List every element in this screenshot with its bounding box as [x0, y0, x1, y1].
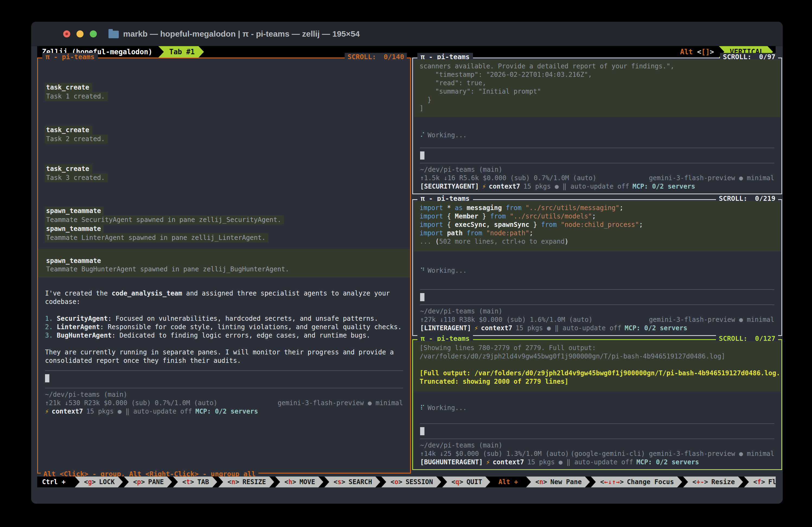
tool-call-entry: spawn_teammate Teammate LinterAgent spaw…	[45, 225, 403, 242]
input-line[interactable]	[420, 293, 774, 301]
keybinding-segment: sSEARCH	[324, 476, 380, 487]
keybinding-segment: tTAB	[173, 476, 217, 487]
context7-label: context7	[493, 458, 524, 467]
agent-list: 1. SecurityAgent: Focused on vulnerabili…	[45, 314, 403, 340]
close-button[interactable]	[63, 30, 70, 38]
input-and-status: ~/dev/pi-teams (main) ↑27k ↓118 R38k $0.…	[420, 289, 774, 332]
model-indicator: gemini-3-flash-preview ● minimal	[278, 399, 403, 407]
cwd-path: ~/dev/pi-teams (main)	[420, 441, 774, 450]
agent-list-item: 1. SecurityAgent: Focused on vulnerabili…	[45, 314, 403, 323]
working-status: ⠏Working...	[413, 404, 781, 412]
json-line: "summary": "Initial prompt"	[420, 87, 775, 96]
working-status: ⠌Working...	[413, 131, 781, 140]
json-line: ]	[420, 104, 775, 113]
tool-call-entry: task_create Task 2 created.	[45, 126, 403, 144]
token-stats: ↑27k ↓118 R38k $0.000 (sub) 1.6%/1.0M (a…	[420, 316, 593, 324]
alt-keybindings: nNew Pane ←↓↑→Change Focus +-Resize fFlo…	[526, 476, 775, 487]
input-line[interactable]	[45, 374, 403, 382]
tool-call-entry-highlighted: spawn_teammate Teammate BugHunterAgent s…	[38, 249, 410, 277]
ctrl-modifier-label: Ctrl +	[37, 476, 74, 487]
text-cursor	[45, 374, 49, 382]
alt-modifier-label: Alt +	[491, 476, 525, 487]
spinner-icon: ⠙	[420, 267, 425, 274]
context7-label: context7	[52, 407, 83, 416]
json-line: "read": true,	[420, 79, 775, 87]
assistant-message: I've created the code_analysis_team and …	[38, 289, 410, 365]
lightning-icon: ⚡	[45, 407, 49, 416]
tool-call-entry: task_create Task 3 created.	[45, 165, 403, 182]
token-stats: ↑14k ↓25 $0.000 (sub) 1.3%/1.0M (auto)	[420, 450, 569, 458]
spinner-icon: ⠏	[420, 404, 425, 412]
keybinding-segment: fFloating	[744, 476, 776, 487]
traffic-lights	[63, 30, 97, 38]
lightning-icon: ⚡	[486, 458, 490, 467]
window-title: markb — hopeful-megalodon | π - pi-teams…	[123, 29, 360, 39]
agent-name-badge: [SECURITYAGENT]	[420, 182, 479, 191]
agent-name-badge: [BUGHUNTERAGENT]	[420, 458, 483, 467]
packages-status: 15 pkgs ● ‖ auto-update off	[86, 407, 192, 416]
tool-call-list: task_create Task 1 created. task_create …	[38, 83, 410, 242]
input-rule-bottom	[45, 388, 403, 388]
model-indicator: (google-gemini-cli) gemini-3-flash-previ…	[571, 450, 774, 458]
terminal-window: markb — hopeful-megalodon | π - pi-teams…	[31, 22, 783, 504]
agent-name-badge: [LINTERAGENT]	[420, 324, 471, 332]
cwd-path: ~/dev/pi-teams (main)	[420, 166, 774, 174]
maximize-button[interactable]	[90, 30, 97, 38]
cwd-path: ~/dev/pi-teams (main)	[45, 390, 403, 399]
lightning-icon: ⚡	[474, 324, 478, 332]
titlebar: markb — hopeful-megalodon | π - pi-teams…	[31, 22, 783, 46]
alt-bracket-hint: Alt <[]>	[680, 48, 714, 56]
pane-security-agent[interactable]: π - pi-teams SCROLL:0/97 scanners availa…	[412, 58, 782, 194]
input-rule-top	[45, 370, 403, 371]
keybinding-segment: qQUIT	[443, 476, 490, 487]
lightning-icon: ⚡	[482, 182, 486, 191]
log-output: [Showing lines 780-2779 of 2779. Full ou…	[414, 341, 780, 391]
keybinding-bar: Ctrl + gLOCK pPANE tTAB nRESIZE hMOVE sS…	[37, 476, 775, 487]
mcp-status: MCP: 0/2 servers	[625, 324, 687, 332]
context7-label: context7	[489, 182, 520, 191]
cwd-path: ~/dev/pi-teams (main)	[420, 307, 774, 316]
pane-main-agent[interactable]: π - pi-teams SCROLL:0/140 task_create Ta…	[37, 58, 411, 473]
pane-linter-agent[interactable]: π - pi-teams SCROLL:0/219 import * as me…	[412, 199, 782, 336]
json-line: }	[420, 96, 775, 104]
model-indicator: gemini-3-flash-preview ● minimal	[649, 316, 774, 324]
text-cursor	[420, 427, 424, 435]
ctrl-keybindings: gLOCK pPANE tTAB nRESIZE hMOVE sSEARCH o…	[75, 476, 491, 487]
text-cursor	[420, 293, 424, 301]
input-and-status: ~/dev/pi-teams (main) ↑1.5k ↓16 R5.6k $0…	[420, 148, 774, 191]
tool-call-entry: spawn_teammate Teammate SecurityAgent sp…	[45, 206, 403, 225]
tab-1[interactable]: Tab #1	[158, 46, 204, 58]
keybinding-segment: nNew Pane	[526, 476, 590, 487]
mcp-status: MCP: 0/2 servers	[636, 458, 699, 467]
keybinding-segment: hMOVE	[275, 476, 323, 487]
keybinding-segment: +-Resize	[683, 476, 743, 487]
screen: markb — hopeful-megalodon | π - pi-teams…	[0, 0, 812, 527]
text-cursor	[420, 152, 424, 159]
packages-status: 15 pkgs ● ‖ auto-update off	[516, 324, 621, 332]
context7-label: context7	[481, 324, 512, 332]
agent-list-item: 3. BugHunterAgent: Dedicated to finding …	[45, 331, 403, 340]
keybinding-segment: oSESSION	[381, 476, 441, 487]
spinner-icon: ⠌	[420, 131, 425, 139]
input-and-status: ~/dev/pi-teams (main) ↑21k ↓530 R23k $0.…	[38, 370, 410, 416]
input-and-status: ~/dev/pi-teams (main) ↑14k ↓25 $0.000 (s…	[420, 423, 774, 467]
token-stats: ↑1.5k ↓16 R5.6k $0.000 (sub) 0.7%/1.0M (…	[420, 174, 596, 182]
keybinding-segment: nRESIZE	[218, 476, 274, 487]
model-indicator: gemini-3-flash-preview ● minimal	[649, 174, 774, 182]
mcp-status: MCP: 0/2 servers	[195, 407, 258, 416]
json-line: scanners available. Provide a detailed r…	[420, 62, 775, 71]
code-preview: import * as messaging from "../src/utils…	[414, 201, 780, 251]
keybinding-segment: gLOCK	[75, 476, 123, 487]
keybinding-segment: ←↓↑→Change Focus	[591, 476, 682, 487]
input-line[interactable]	[420, 427, 774, 435]
minimize-button[interactable]	[76, 30, 84, 38]
agent-list-item: 2. LinterAgent: Responsible for code sty…	[45, 323, 403, 331]
pane-bughunter-agent[interactable]: π - pi-teams SCROLL:0/127 [Showing lines…	[412, 339, 782, 470]
keybinding-segment: pPANE	[124, 476, 172, 487]
tool-call-entry: task_create Task 1 created.	[45, 83, 403, 101]
input-line[interactable]	[420, 152, 774, 159]
packages-status: 15 pkgs ● ‖ auto-update off	[527, 458, 633, 467]
mcp-status: MCP: 0/2 servers	[633, 182, 695, 191]
folder-icon	[108, 31, 119, 38]
json-line: "timestamp": "2026-02-22T01:04:03.216Z",	[420, 71, 775, 79]
